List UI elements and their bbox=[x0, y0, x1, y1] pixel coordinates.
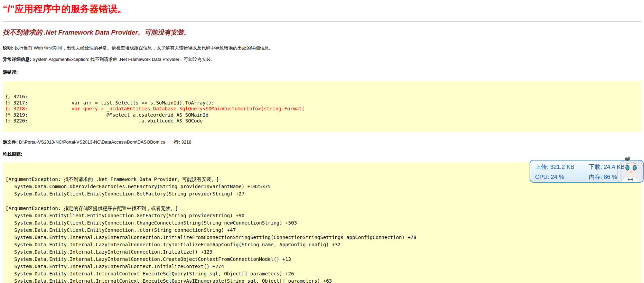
source-file-path: D:\Portal-VS2013-NC\Portal-VS2013-NC\Dat… bbox=[18, 139, 165, 145]
code-line: 行 3217: var arr = list.Select(s => s.SoM… bbox=[6, 100, 638, 106]
exception-details-label: 异常详细信息: bbox=[3, 57, 31, 62]
memory-stat: 内存: 86 % bbox=[589, 173, 625, 181]
stack-trace-line: [ArgumentException: 指定的存储区提供程序在配置中找不到，或者… bbox=[6, 205, 638, 212]
stack-trace-line: System.Data.EntityClient.EntityConnectio… bbox=[6, 212, 638, 219]
upload-value: 321.2 KB bbox=[549, 164, 575, 170]
page-title: “/”应用程序中的服务器错误。 bbox=[3, 3, 641, 15]
memory-label: 内存: bbox=[589, 174, 602, 180]
stack-trace-label: 堆栈跟踪: bbox=[3, 152, 22, 157]
stack-trace-label-line: 堆栈跟踪: bbox=[3, 152, 641, 157]
download-stat: 下载: 24.4 KB bbox=[589, 163, 625, 171]
flower-ornament-icon bbox=[624, 156, 632, 163]
cpu-stat: CPU: 24 % bbox=[535, 173, 589, 181]
description-line: 说明: 执行当前 Web 请求期间，出现未经处理的异常。请检查堆栈跟踪信息，以了… bbox=[3, 45, 641, 51]
monitor-widget-body: 上传: 321.2 KB 下载: 24.4 KB CPU: 24 % 内存: 8… bbox=[530, 161, 643, 182]
stack-trace-line: System.Data.Entity.Internal.InternalCont… bbox=[6, 270, 638, 277]
stack-trace-line: System.Data.Entity.Internal.LazyInternal… bbox=[6, 241, 638, 248]
memory-value: 86 % bbox=[602, 174, 617, 180]
cpu-value: 24 % bbox=[549, 174, 564, 180]
error-page-content: “/”应用程序中的服务器错误。 找不到请求的 .Net Framework Da… bbox=[0, 3, 644, 283]
stack-trace-line: System.Data.Entity.Internal.LazyInternal… bbox=[6, 234, 638, 241]
stack-trace-line bbox=[6, 198, 638, 205]
aspnet-error-page: “/”应用程序中的服务器错误。 找不到请求的 .Net Framework Da… bbox=[0, 0, 644, 283]
stack-trace-line: System.Data.EntityClient.EntityConnectio… bbox=[6, 219, 638, 227]
download-label: 下载: bbox=[589, 164, 602, 170]
page-subtitle: 找不到请求的 .Net Framework Data Provider。可能没有… bbox=[3, 28, 641, 37]
source-line-label: 行: bbox=[174, 139, 180, 145]
cpu-label: CPU: bbox=[535, 174, 549, 180]
stack-trace-line: System.Data.Entity.Internal.LazyInternal… bbox=[6, 263, 638, 270]
upload-label: 上传: bbox=[535, 164, 549, 170]
stack-trace-line: System.Data.Entity.Internal.LazyInternal… bbox=[6, 256, 638, 263]
divider bbox=[3, 21, 641, 22]
stack-trace-line: System.Data.Entity.Internal.InternalCont… bbox=[6, 277, 638, 283]
upload-stat: 上传: 321.2 KB bbox=[535, 163, 589, 171]
stack-trace-line: System.Data.Common.DbProviderFactories.G… bbox=[6, 183, 638, 190]
stack-trace-line: System.Data.EntityClient.EntityConnectio… bbox=[6, 190, 638, 198]
source-error-label-line: 源错误: bbox=[3, 70, 641, 75]
source-error-code-box: 行 3216:行 3217: var arr = list.Select(s =… bbox=[3, 81, 641, 132]
exception-details-text: System.ArgumentException: 找不到请求的 .Net Fr… bbox=[31, 57, 215, 62]
code-line: 行 3218: var query = _ncdataEntities.Data… bbox=[6, 106, 638, 112]
description-label: 说明: bbox=[3, 45, 13, 51]
source-file-line: 源文件: D:\Portal-VS2013-NC\Portal-VS2013-N… bbox=[3, 139, 641, 145]
exception-details-line: 异常详细信息: System.ArgumentException: 找不到请求的… bbox=[3, 57, 641, 62]
source-line-number: 3218 bbox=[180, 139, 192, 145]
code-line: 行 3216: bbox=[6, 94, 638, 100]
source-file-label: 源文件: bbox=[3, 139, 18, 145]
stack-trace-line: System.Data.Entity.Internal.LazyInternal… bbox=[6, 248, 638, 256]
source-error-label: 源错误: bbox=[3, 70, 18, 75]
code-line: 行 3219: @"select a.csaleorderid AS SOMai… bbox=[6, 112, 638, 118]
description-text: 执行当前 Web 请求期间，出现未经处理的异常。请检查堆栈跟踪信息，以了解有关该… bbox=[13, 45, 273, 51]
download-value: 24.4 KB bbox=[602, 164, 625, 170]
code-line: 行 3220: ,a.vbillcode AS SOCode bbox=[6, 118, 638, 124]
monitor-stats: 上传: 321.2 KB 下载: 24.4 KB CPU: 24 % 内存: 8… bbox=[535, 163, 625, 181]
stack-trace-line: System.Data.EntityClient.EntityConnectio… bbox=[6, 227, 638, 234]
